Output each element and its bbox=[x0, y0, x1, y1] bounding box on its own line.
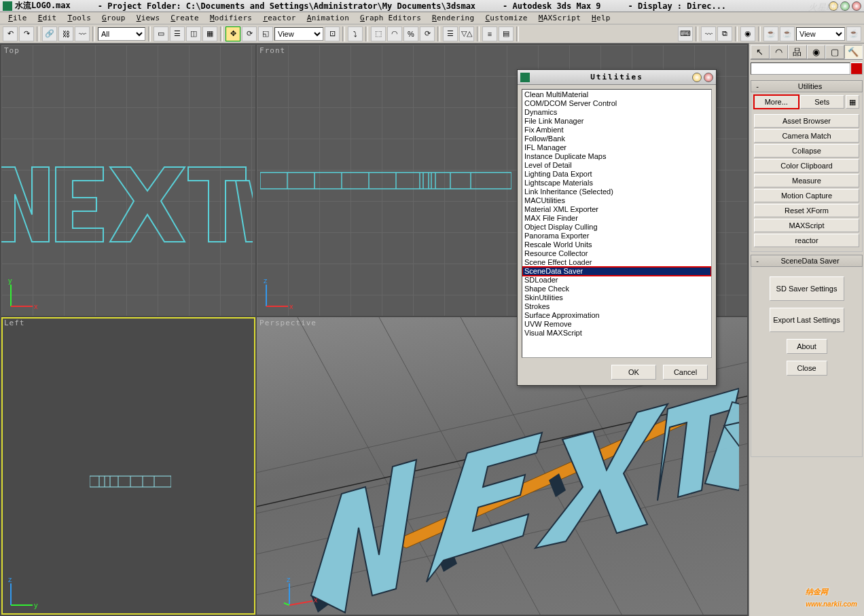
tab-modify[interactable]: ◠ bbox=[770, 45, 789, 59]
utility-reset-xform[interactable]: Reset XForm bbox=[754, 204, 859, 217]
list-item[interactable]: MAX File Finder bbox=[522, 214, 711, 223]
menu-file[interactable]: File bbox=[3, 13, 33, 23]
selection-filter-dropdown[interactable]: All bbox=[98, 27, 145, 41]
menu-rendering[interactable]: Rendering bbox=[427, 13, 480, 23]
spinner-snap-button[interactable]: ⟳ bbox=[420, 26, 435, 41]
list-item[interactable]: File Link Manager bbox=[522, 117, 711, 126]
rollout-utilities-header[interactable]: - Utilities bbox=[751, 80, 863, 92]
select-scale-button[interactable]: ◱ bbox=[258, 26, 273, 41]
selection-region-button[interactable]: ◫ bbox=[186, 26, 201, 41]
dialog-title-bar[interactable]: Utilities bbox=[518, 70, 716, 85]
export-last-settings-button[interactable]: Export Last Settings bbox=[770, 308, 844, 332]
utility-color-clipboard[interactable]: Color Clipboard bbox=[754, 159, 859, 173]
cancel-button[interactable]: Cancel bbox=[663, 365, 708, 380]
list-item[interactable]: SceneData Saver bbox=[522, 267, 711, 276]
ok-button[interactable]: OK bbox=[611, 365, 656, 380]
keyboard-shortcut-override-button[interactable]: ⌨ bbox=[678, 26, 693, 41]
sd-saver-settings-button[interactable]: SD Saver Settings bbox=[770, 276, 844, 301]
snap-toggle-button[interactable]: ⬚ bbox=[371, 26, 386, 41]
select-manipulate-button[interactable]: ⤵ bbox=[348, 26, 363, 41]
mirror-button[interactable]: ▽△ bbox=[459, 26, 474, 41]
list-item[interactable]: Link Inheritance (Selected) bbox=[522, 187, 711, 196]
rollout-scenedata-header[interactable]: - SceneData Saver bbox=[751, 255, 863, 267]
percent-snap-button[interactable]: % bbox=[403, 26, 418, 41]
select-move-button[interactable]: ✥ bbox=[226, 26, 240, 41]
select-object-button[interactable]: ▭ bbox=[154, 26, 168, 41]
utility-measure[interactable]: Measure bbox=[754, 174, 859, 187]
redo-button[interactable]: ↷ bbox=[19, 26, 34, 41]
configure-sets-button[interactable]: ▦ bbox=[846, 95, 859, 109]
list-item[interactable]: Visual MAXScript bbox=[522, 329, 711, 338]
list-item[interactable]: SDLoader bbox=[522, 276, 711, 285]
curve-editor-button[interactable]: 〰 bbox=[701, 26, 716, 41]
list-item[interactable]: SkinUtilities bbox=[522, 293, 711, 302]
undo-button[interactable]: ↶ bbox=[3, 26, 18, 41]
window-close-button[interactable] bbox=[852, 1, 861, 11]
schematic-view-button[interactable]: ⧉ bbox=[717, 26, 732, 41]
select-rotate-button[interactable]: ⟳ bbox=[242, 26, 257, 41]
quick-render-button[interactable]: ☕ bbox=[780, 26, 795, 41]
utility-collapse[interactable]: Collapse bbox=[754, 144, 859, 158]
tab-display[interactable]: ▢ bbox=[825, 45, 844, 59]
utility-camera-match[interactable]: Camera Match bbox=[754, 129, 859, 143]
list-item[interactable]: Level of Detail bbox=[522, 161, 711, 170]
more-button[interactable]: More... bbox=[754, 95, 799, 109]
utility-maxscript[interactable]: MAXScript bbox=[754, 219, 859, 232]
menu-create[interactable]: Create bbox=[165, 13, 204, 23]
reference-coord-dropdown[interactable]: View bbox=[274, 27, 323, 41]
list-item[interactable]: Lightscape Materials bbox=[522, 179, 711, 187]
render-scene-button[interactable]: ☕ bbox=[763, 26, 778, 41]
link-button[interactable]: 🔗 bbox=[42, 26, 57, 41]
named-selection-button[interactable]: ☰ bbox=[443, 26, 458, 41]
list-item[interactable]: Material XML Exporter bbox=[522, 205, 711, 214]
menu-modifiers[interactable]: Modifiers bbox=[204, 13, 257, 23]
dialog-minimize-button[interactable] bbox=[692, 73, 702, 82]
use-center-button[interactable]: ⊡ bbox=[325, 26, 340, 41]
about-button[interactable]: About bbox=[787, 339, 827, 354]
render-type-dropdown[interactable]: View bbox=[796, 27, 845, 41]
utility-reactor[interactable]: reactor bbox=[754, 234, 859, 247]
menu-group[interactable]: Group bbox=[96, 13, 131, 23]
list-item[interactable]: UVW Remove bbox=[522, 320, 711, 329]
render-button[interactable]: ☕ bbox=[846, 26, 861, 41]
list-item[interactable]: IFL Manager bbox=[522, 143, 711, 152]
layers-button[interactable]: ▤ bbox=[499, 26, 514, 41]
menu-help[interactable]: Help bbox=[586, 13, 616, 23]
list-item[interactable]: Object Display Culling bbox=[522, 223, 711, 232]
object-color-swatch[interactable] bbox=[850, 62, 863, 75]
list-item[interactable]: Clean MultiMaterial bbox=[522, 90, 711, 99]
list-item[interactable]: Fix Ambient bbox=[522, 126, 711, 134]
object-name-field[interactable] bbox=[751, 62, 850, 75]
bind-spacewarp-button[interactable]: 〰 bbox=[75, 26, 90, 41]
menu-edit[interactable]: Edit bbox=[33, 13, 62, 23]
list-item[interactable]: MACUtilities bbox=[522, 196, 711, 205]
menu-animation[interactable]: Animation bbox=[302, 13, 355, 23]
menu-tools[interactable]: Tools bbox=[62, 13, 96, 23]
dialog-close-button[interactable] bbox=[704, 73, 713, 82]
menu-reactor[interactable]: reactor bbox=[257, 13, 301, 23]
list-item[interactable]: Lighting Data Export bbox=[522, 170, 711, 179]
menu-customize[interactable]: Customize bbox=[480, 13, 533, 23]
tab-hierarchy[interactable]: 品 bbox=[788, 45, 807, 59]
sets-button[interactable]: Sets bbox=[800, 95, 845, 109]
close-button[interactable]: Close bbox=[787, 361, 827, 376]
unlink-button[interactable]: ⛓ bbox=[58, 26, 73, 41]
list-item[interactable]: COM/DCOM Server Control bbox=[522, 99, 711, 108]
list-item[interactable]: Dynamics bbox=[522, 108, 711, 117]
viewport-left[interactable]: Left zy bbox=[1, 317, 255, 615]
utilities-listbox[interactable]: Clean MultiMaterialCOM/DCOM Server Contr… bbox=[522, 89, 712, 358]
select-by-name-button[interactable]: ☰ bbox=[170, 26, 185, 41]
material-editor-button[interactable]: ◉ bbox=[740, 26, 755, 41]
list-item[interactable]: Surface Approximation bbox=[522, 311, 711, 320]
list-item[interactable]: Rescale World Units bbox=[522, 240, 711, 249]
viewport-top[interactable]: Top yx bbox=[1, 45, 255, 316]
list-item[interactable]: Follow/Bank bbox=[522, 134, 711, 143]
menu-maxscript[interactable]: MAXScript bbox=[533, 13, 586, 23]
list-item[interactable]: Resource Collector bbox=[522, 249, 711, 258]
list-item[interactable]: Scene Effect Loader bbox=[522, 258, 711, 267]
list-item[interactable]: Strokes bbox=[522, 302, 711, 311]
list-item[interactable]: Shape Check bbox=[522, 285, 711, 293]
utility-asset-browser[interactable]: Asset Browser bbox=[754, 114, 859, 128]
menu-views[interactable]: Views bbox=[131, 13, 166, 23]
utility-motion-capture[interactable]: Motion Capture bbox=[754, 189, 859, 202]
